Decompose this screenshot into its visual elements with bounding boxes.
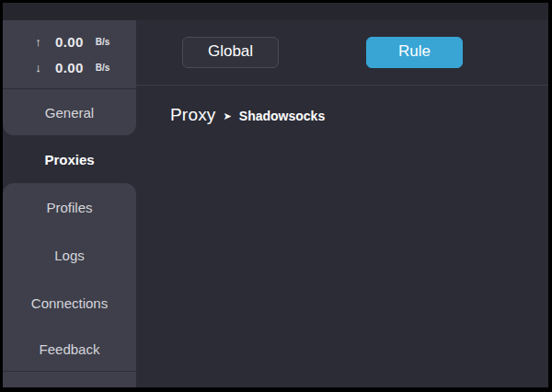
app-body: ↑ 0.00 B/s ↓ 0.00 B/s General Proxies xyxy=(3,20,548,387)
upload-speed-unit: B/s xyxy=(96,37,110,47)
sidebar-item-connections[interactable]: Connections xyxy=(3,279,136,327)
traffic-panel: ↑ 0.00 B/s ↓ 0.00 B/s xyxy=(3,20,136,89)
sidebar-item-feedback[interactable]: Feedback xyxy=(3,327,136,372)
mode-switch-header: Global Rule xyxy=(136,20,548,86)
sidebar-item-label: General xyxy=(45,105,94,121)
sidebar-item-logs[interactable]: Logs xyxy=(3,231,136,279)
rule-mode-button[interactable]: Rule xyxy=(366,37,463,68)
sidebar-item-label: Logs xyxy=(54,248,85,263)
main-area: Global Rule Proxy ➤ Shadowsocks xyxy=(136,20,548,387)
sidebar-item-label: Profiles xyxy=(46,200,92,215)
app-window: ↑ 0.00 B/s ↓ 0.00 B/s General Proxies xyxy=(0,0,552,392)
upload-speed-row: ↑ 0.00 B/s xyxy=(3,33,136,51)
sidebar-item-profiles[interactable]: Profiles xyxy=(3,183,136,231)
sidebar: ↑ 0.00 B/s ↓ 0.00 B/s General Proxies xyxy=(3,20,136,387)
title-bar[interactable] xyxy=(3,3,548,20)
download-speed-value: 0.00 xyxy=(55,60,84,75)
download-speed-row: ↓ 0.00 B/s xyxy=(3,59,136,76)
sidebar-item-label: Connections xyxy=(31,295,108,311)
breadcrumb-section: Proxy xyxy=(170,105,216,125)
breadcrumb-arrow-icon: ➤ xyxy=(224,110,232,122)
download-speed-unit: B/s xyxy=(96,63,110,73)
down-arrow-icon: ↓ xyxy=(31,61,45,75)
breadcrumb-current: Shadowsocks xyxy=(239,109,325,123)
sidebar-item-general[interactable]: General xyxy=(3,89,136,135)
global-mode-button[interactable]: Global xyxy=(182,37,279,68)
up-arrow-icon: ↑ xyxy=(31,35,45,49)
app-frame: ↑ 0.00 B/s ↓ 0.00 B/s General Proxies xyxy=(3,3,548,387)
upload-speed-value: 0.00 xyxy=(55,34,84,50)
breadcrumb: Proxy ➤ Shadowsocks xyxy=(170,105,548,125)
sidebar-item-proxies[interactable]: Proxies xyxy=(3,135,136,183)
sidebar-filler xyxy=(3,372,136,387)
sidebar-item-label: Proxies xyxy=(44,152,94,167)
sidebar-item-label: Feedback xyxy=(40,341,100,357)
